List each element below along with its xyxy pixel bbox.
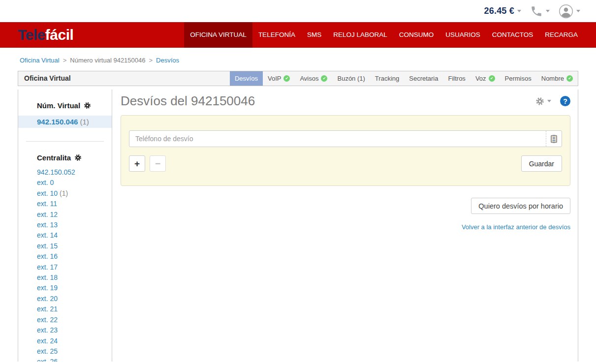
num-virtual-settings-gear-icon[interactable] <box>84 102 91 109</box>
caret-down-icon <box>576 10 580 12</box>
check-icon: ✔ <box>321 75 327 82</box>
extension-list-item[interactable]: ext. 26 <box>18 357 112 362</box>
tab[interactable]: Buzón (1)✔ <box>332 71 370 86</box>
tab[interactable]: Voz✔ <box>471 71 500 86</box>
logo-part-2: fácil <box>45 27 74 43</box>
nav-menu-item[interactable]: RECARGA <box>539 22 584 48</box>
extension-list-item[interactable]: ext. 11 <box>18 199 112 209</box>
extension-list-item[interactable]: ext. 18 <box>18 273 112 283</box>
tab[interactable]: Nombre✔ <box>536 71 578 86</box>
page-settings-gear-icon[interactable] <box>535 97 544 106</box>
remove-forwarding-button[interactable]: − <box>150 155 166 172</box>
extension-list-item[interactable]: ext. 17 <box>18 262 112 273</box>
breadcrumb-numero-virtual: Número virtual 942150046 <box>70 57 145 64</box>
nav-menu-item[interactable]: TELEFONÍA <box>252 22 301 48</box>
extension-list-item[interactable]: ext. 15 <box>18 241 112 251</box>
num-virtual-heading: Núm. Virtual <box>18 101 112 110</box>
extension-list-item[interactable]: ext. 12 <box>18 210 112 220</box>
previous-interface-link[interactable]: Volver a la interfaz anterior de desvíos <box>462 223 570 231</box>
breadcrumb-separator: > <box>63 57 67 64</box>
extension-list-item[interactable]: ext. 13 <box>18 220 112 230</box>
user-menu[interactable] <box>559 4 580 19</box>
contact-card-icon <box>550 135 558 143</box>
centralita-settings-gear-icon[interactable] <box>74 154 82 161</box>
centralita-heading: Centralita <box>18 153 112 162</box>
tab[interactable]: Desvíos✔ <box>230 71 263 86</box>
extension-list-item[interactable]: ext. 25 <box>18 346 112 357</box>
check-icon: ✔ <box>566 75 573 82</box>
caret-down-icon[interactable] <box>547 100 551 102</box>
nav-menu-item[interactable]: CONSUMO <box>393 22 440 48</box>
extension-list-item[interactable]: ext. 19 <box>18 283 112 293</box>
section-header: Oficina Virtual Desvíos✔VoIP✔Avisos✔Buzó… <box>18 71 578 86</box>
forwarding-panel: + − Guardar <box>121 115 570 186</box>
extension-list-item[interactable]: ext. 16 <box>18 251 112 262</box>
extension-list-item[interactable]: ext. 23 <box>18 325 112 335</box>
telefacil-logo[interactable]: Telefácil <box>18 27 73 43</box>
account-balance: 26.45 € <box>484 6 514 16</box>
balance-dropdown[interactable]: 26.45 € <box>484 6 521 16</box>
tab[interactable]: Avisos✔ <box>295 71 332 86</box>
schedule-forwarding-button[interactable]: Quiero desvíos por horario <box>471 198 570 214</box>
tab-bar: Desvíos✔VoIP✔Avisos✔Buzón (1)✔Tracking✔S… <box>230 71 578 86</box>
contact-picker-button[interactable] <box>546 131 562 147</box>
breadcrumb-desvios[interactable]: Desvíos <box>156 57 179 64</box>
nav-menu-item[interactable]: OFICINA VIRTUAL <box>184 22 252 48</box>
extension-list-item[interactable]: ext. 24 <box>18 336 112 346</box>
sidebar: Núm. Virtual 942.150.046(1) Centralita 9… <box>18 90 112 362</box>
breadcrumb: Oficina Virtual>Número virtual 942150046… <box>0 48 596 71</box>
breadcrumb-oficina-virtual[interactable]: Oficina Virtual <box>20 57 60 64</box>
check-icon: ✔ <box>283 75 290 82</box>
add-forwarding-button[interactable]: + <box>129 155 145 172</box>
extension-list-item[interactable]: 942.150.052 <box>18 167 112 178</box>
help-button[interactable]: ? <box>560 96 570 106</box>
extension-list: 942.150.052ext. 0ext. 10(1)ext. 11ext. 1… <box>18 167 112 362</box>
main-navbar: Telefácil OFICINA VIRTUALTELEFONÍASMSREL… <box>0 22 596 48</box>
caret-down-icon <box>517 10 521 12</box>
phone-icon <box>530 5 543 18</box>
sidebar-item-selected-number[interactable]: 942.150.046(1) <box>18 116 112 128</box>
nav-menu-item[interactable]: USUARIOS <box>439 22 486 48</box>
sidebar-divider <box>26 141 104 142</box>
page-title: Desvíos del 942150046 <box>121 93 255 109</box>
main-content: Desvíos del 942150046 ? <box>112 90 578 362</box>
extension-list-item[interactable]: ext. 10(1) <box>18 188 112 199</box>
forwarding-phone-input[interactable] <box>129 130 562 147</box>
nav-menu-item[interactable]: RELOJ LABORAL <box>327 22 393 48</box>
tab[interactable]: Permisos✔ <box>500 71 536 86</box>
tab[interactable]: Filtros✔ <box>443 71 470 86</box>
nav-menu-item[interactable]: SMS <box>301 22 327 48</box>
check-icon: ✔ <box>489 75 495 82</box>
phone-dropdown[interactable] <box>530 5 550 18</box>
virtual-number-link[interactable]: 942.150.046 <box>37 118 78 126</box>
tab[interactable]: Tracking✔ <box>370 71 404 86</box>
nav-menu-item[interactable]: CONTACTOS <box>486 22 539 48</box>
caret-down-icon <box>546 10 550 12</box>
nav-menu: OFICINA VIRTUALTELEFONÍASMSRELOJ LABORAL… <box>184 22 584 48</box>
tab[interactable]: Secretaria✔ <box>404 71 443 86</box>
user-avatar-icon <box>559 4 573 19</box>
tab[interactable]: VoIP✔ <box>263 71 295 86</box>
breadcrumb-separator: > <box>149 57 153 64</box>
extension-list-item[interactable]: ext. 20 <box>18 294 112 304</box>
extension-list-item[interactable]: ext. 0 <box>18 178 112 188</box>
section-title: Oficina Virtual <box>18 71 71 86</box>
extension-list-item[interactable]: ext. 21 <box>18 304 112 314</box>
extension-list-item[interactable]: ext. 22 <box>18 315 112 325</box>
save-button[interactable]: Guardar <box>521 155 562 172</box>
extension-list-item[interactable]: ext. 14 <box>18 230 112 241</box>
count-badge: (1) <box>80 118 89 126</box>
top-bar: 26.45 € <box>0 0 596 22</box>
logo-part-1: Tele <box>18 27 45 43</box>
